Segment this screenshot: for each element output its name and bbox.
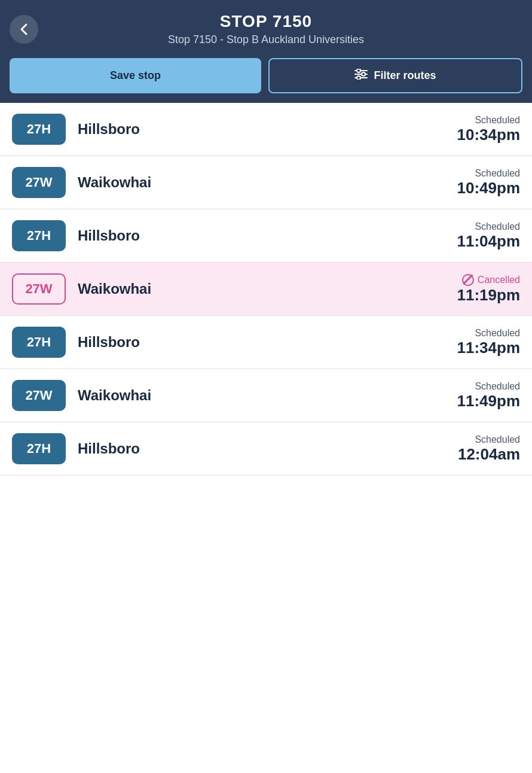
route-time-block: Scheduled 11:49pm: [457, 381, 521, 410]
route-time-block: Scheduled 11:04pm: [457, 221, 521, 251]
header: STOP 7150 Stop 7150 - Stop B Auckland Un…: [0, 0, 532, 58]
route-status: Scheduled: [457, 381, 521, 392]
route-badge: 27W: [12, 167, 66, 198]
route-item[interactable]: 27W Waikowhai Scheduled 11:49pm: [0, 369, 532, 422]
status-label: Cancelled: [478, 275, 520, 285]
route-status: Scheduled: [458, 434, 520, 445]
back-arrow-icon: [10, 15, 38, 44]
route-destination: Waikowhai: [78, 281, 457, 297]
route-badge: 27W: [12, 380, 66, 411]
route-time: 11:19pm: [457, 286, 521, 305]
route-time-block: Scheduled 10:34pm: [457, 115, 521, 144]
route-status: Scheduled: [457, 328, 521, 339]
filter-routes-label: Filter routes: [374, 69, 436, 82]
route-time: 11:04pm: [457, 232, 521, 251]
svg-point-3: [357, 69, 360, 72]
route-status: Cancelled: [457, 274, 521, 286]
route-badge: 27H: [12, 114, 66, 145]
route-status: Scheduled: [457, 168, 521, 179]
route-status: Scheduled: [457, 115, 521, 126]
page-subtitle: Stop 7150 - Stop B Auckland Universities: [10, 34, 522, 46]
route-badge: 27H: [12, 433, 66, 464]
route-destination: Hillsboro: [78, 334, 457, 351]
route-item[interactable]: 27H Hillsboro Scheduled 11:34pm: [0, 316, 532, 369]
svg-point-5: [357, 76, 360, 80]
page-title: STOP 7150: [10, 12, 522, 31]
route-time-block: Scheduled 10:49pm: [457, 168, 521, 197]
route-destination: Hillsboro: [78, 227, 457, 244]
filter-icon: [354, 69, 368, 83]
action-bar: Save stop Filter routes: [0, 58, 532, 103]
svg-point-4: [362, 72, 365, 76]
route-time-block: Scheduled 11:34pm: [457, 328, 521, 357]
route-badge: 27H: [12, 220, 66, 251]
route-badge: 27W: [12, 273, 66, 305]
route-destination: Hillsboro: [78, 440, 458, 457]
route-time: 11:34pm: [457, 339, 521, 357]
back-button[interactable]: [10, 15, 38, 44]
route-item[interactable]: 27W Waikowhai Cancelled 11:19pm: [0, 263, 532, 316]
route-destination: Hillsboro: [78, 121, 457, 138]
route-time-block: Cancelled 11:19pm: [457, 274, 521, 305]
route-item[interactable]: 27W Waikowhai Scheduled 10:49pm: [0, 156, 532, 209]
route-item[interactable]: 27H Hillsboro Scheduled 10:34pm: [0, 103, 532, 156]
route-time: 10:49pm: [457, 179, 521, 197]
route-list: 27H Hillsboro Scheduled 10:34pm 27W Waik…: [0, 103, 532, 476]
route-destination: Waikowhai: [78, 387, 457, 404]
route-time: 10:34pm: [457, 126, 521, 144]
route-time: 11:49pm: [457, 392, 521, 410]
route-time: 12:04am: [458, 445, 520, 464]
route-time-block: Scheduled 12:04am: [458, 434, 520, 464]
filter-routes-button[interactable]: Filter routes: [268, 58, 522, 93]
route-item[interactable]: 27H Hillsboro Scheduled 11:04pm: [0, 209, 532, 263]
cancelled-icon: [462, 274, 474, 286]
route-status: Scheduled: [457, 221, 521, 232]
route-badge: 27H: [12, 327, 66, 358]
save-stop-button[interactable]: Save stop: [10, 58, 261, 93]
route-item[interactable]: 27H Hillsboro Scheduled 12:04am: [0, 422, 532, 476]
route-destination: Waikowhai: [78, 174, 457, 191]
